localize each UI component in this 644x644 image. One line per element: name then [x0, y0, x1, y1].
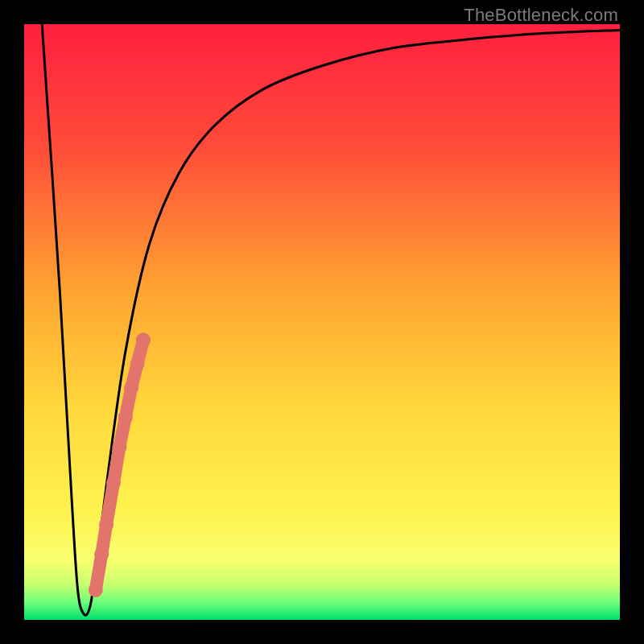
highlight-point — [89, 583, 103, 597]
highlight-point — [106, 476, 121, 490]
bottleneck-curve — [42, 24, 620, 615]
chart-frame: TheBottleneck.com — [0, 0, 644, 644]
plot-area — [24, 24, 620, 620]
curve-layer — [24, 24, 620, 620]
highlight-point — [99, 518, 114, 532]
highlight-point — [130, 357, 145, 371]
watermark-text: TheBottleneck.com — [464, 5, 618, 26]
highlight-points — [89, 332, 151, 597]
highlight-point — [118, 410, 133, 424]
highlight-point — [94, 547, 109, 562]
highlight-point — [112, 440, 126, 454]
highlight-point — [136, 332, 151, 347]
highlight-point — [124, 380, 138, 394]
